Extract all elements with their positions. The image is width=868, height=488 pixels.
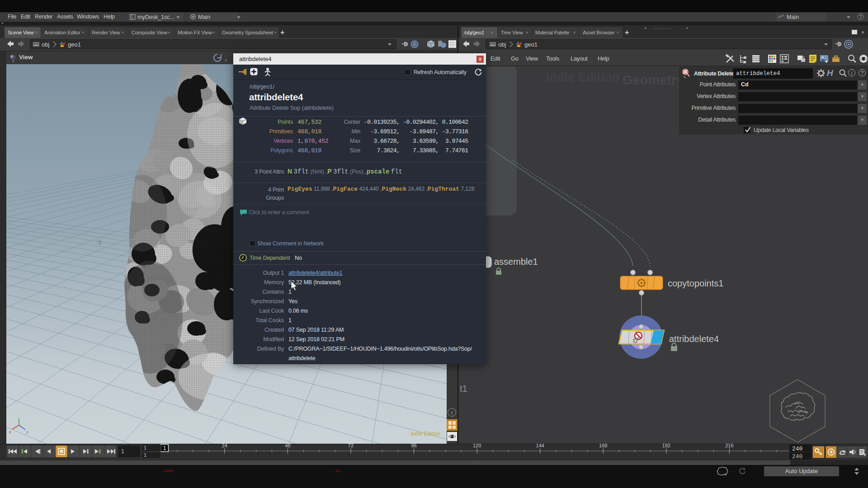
svg-text:144: 144: [536, 444, 544, 448]
svg-text:168: 168: [599, 444, 607, 448]
svg-text:z: z: [26, 430, 28, 435]
svg-text:attribdelete4: attribdelete4: [669, 334, 719, 344]
svg-text:x: x: [9, 430, 11, 434]
svg-text:96: 96: [411, 444, 416, 448]
svg-text:1: 1: [163, 445, 166, 451]
svg-text:48: 48: [285, 444, 290, 448]
svg-text:t1: t1: [460, 384, 467, 394]
svg-text:copytopoints1: copytopoints1: [668, 278, 723, 288]
svg-text:assemble1: assemble1: [494, 257, 538, 267]
svg-text:192: 192: [662, 444, 670, 448]
svg-text:Indie Edition: Indie Edition: [546, 70, 619, 84]
svg-text:24: 24: [222, 444, 227, 448]
svg-text:216: 216: [725, 444, 733, 448]
svg-text:120: 120: [473, 444, 481, 448]
svg-text:72: 72: [348, 444, 354, 448]
